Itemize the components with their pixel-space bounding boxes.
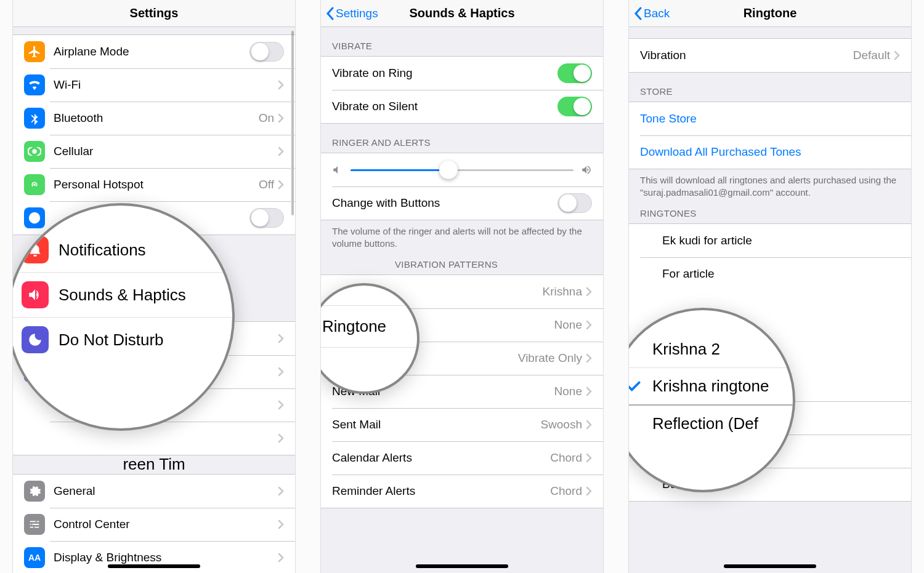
cellular-icon [24, 141, 45, 162]
chevron-right-icon [278, 400, 284, 410]
patterns-header: VIBRATION PATTERNS [321, 257, 603, 274]
home-indicator [724, 564, 816, 568]
back-button[interactable]: Settings [326, 7, 378, 20]
chevron-left-icon [326, 7, 334, 20]
vpn-icon [24, 207, 45, 228]
chevron-left-icon [634, 7, 642, 20]
magnified-ringtone-reflection-def: Reflection (Def [628, 404, 793, 442]
magnified-row-notifications: Notifications [12, 228, 232, 272]
pattern-row-reminder-alerts[interactable]: Reminder Alerts Chord [321, 475, 603, 508]
switch[interactable] [557, 97, 592, 116]
back-button[interactable]: Back [634, 7, 670, 20]
store-row-download-all-purchased-tones[interactable]: Download All Purchased Tones [629, 135, 911, 169]
navbar: Back Ringtone [629, 0, 911, 27]
bluetooth-icon [24, 108, 45, 129]
chevron-right-icon [278, 146, 284, 156]
sounds-haptics-screen: Settings Sounds & Haptics VIBRATE Vibrat… [320, 0, 604, 573]
sliders-icon [24, 514, 45, 535]
magnified-ringtone-krishna-2: Krishna 2 [628, 331, 793, 367]
chevron-right-icon [278, 519, 284, 529]
navbar: Settings [13, 0, 295, 27]
nav-title: Ringtone [629, 6, 911, 20]
aa-icon: AA [24, 547, 45, 568]
chevron-right-icon [278, 113, 284, 123]
switch[interactable] [557, 63, 592, 83]
back-label: Settings [336, 7, 378, 20]
ringer-footer: The volume of the ringer and alerts will… [321, 220, 603, 257]
navbar: Settings Sounds & Haptics [321, 0, 603, 27]
settings-row-display-and-brightness[interactable]: AA Display & Brightness [13, 541, 295, 573]
nav-title: Settings [13, 6, 295, 20]
magnified-row-sounds-and-haptics: Sounds & Haptics [12, 272, 232, 317]
vibration-group: Vibration Default [629, 38, 911, 73]
store-list: Tone StoreDownload All Purchased Tones [629, 102, 911, 169]
chevron-right-icon [278, 80, 284, 90]
store-row-tone-store[interactable]: Tone Store [629, 102, 911, 135]
checkmark-icon [628, 379, 642, 395]
chevron-right-icon [278, 180, 284, 190]
vibrate-header: VIBRATE [321, 27, 603, 56]
vibrate-row-vibrate-on-ring[interactable]: Vibrate on Ring [321, 57, 603, 90]
chevron-right-icon [586, 486, 592, 496]
chevron-right-icon [586, 387, 592, 396]
volume-slider[interactable] [351, 169, 573, 171]
row-hidden3[interactable] [13, 422, 295, 455]
checkmark-icon [640, 478, 654, 491]
ringer-list: Change with Buttons [321, 153, 603, 220]
change-buttons-switch[interactable] [557, 193, 592, 213]
chevron-right-icon [586, 287, 592, 297]
vibrate-row-vibrate-on-silent[interactable]: Vibrate on Silent [321, 90, 603, 123]
settings-screen: Settings Airplane Mode Wi-Fi BluetoothOn… [12, 0, 296, 573]
wifi-icon [24, 74, 45, 95]
ringtone-screen: Back Ringtone Vibration Default STORE To… [628, 0, 912, 573]
settings-row-bluetooth[interactable]: BluetoothOn [13, 102, 295, 135]
chevron-right-icon [278, 553, 284, 563]
settings-group-connectivity: Airplane Mode Wi-Fi BluetoothOn Cellular… [13, 34, 295, 235]
pattern-row-calendar-alerts[interactable]: Calendar Alerts Chord [321, 441, 603, 475]
ringer-header: RINGER AND ALERTS [321, 124, 603, 153]
settings-row-personal-hotspot[interactable]: Personal HotspotOff [13, 168, 295, 201]
magnified-row-do-not-disturb: Do Not Disturb [12, 317, 232, 362]
magnifier-callout: Notifications Sounds & Haptics Do Not Di… [12, 203, 235, 431]
store-footer: This will download all ringtones and ale… [629, 169, 911, 206]
checkmark-icon [640, 267, 654, 281]
chevron-right-icon [586, 453, 592, 463]
settings-row-cellular[interactable]: Cellular [13, 135, 295, 168]
home-indicator [416, 564, 508, 568]
chevron-right-icon [278, 433, 284, 443]
settings-row-control-center[interactable]: Control Center [13, 508, 295, 541]
volume-low-icon [332, 164, 343, 175]
gear-gray-icon [24, 481, 45, 502]
hotspot-icon [24, 174, 45, 195]
chevron-right-icon [586, 420, 592, 430]
chevron-right-icon [278, 367, 284, 377]
ringtone-row-for-article[interactable]: For article [629, 257, 911, 291]
moon-icon [22, 326, 49, 353]
pattern-row-sent-mail[interactable]: Sent Mail Swoosh [321, 408, 603, 441]
airplane-icon [24, 41, 45, 62]
volume-slider-row [321, 153, 603, 186]
vibrate-list: Vibrate on Ring Vibrate on Silent [321, 56, 603, 124]
speaker-icon [22, 281, 49, 308]
vpn-switch[interactable] [249, 208, 284, 228]
settings-row-airplane-mode[interactable]: Airplane Mode [13, 35, 295, 68]
change-with-buttons-row[interactable]: Change with Buttons [321, 186, 603, 220]
home-indicator [108, 564, 200, 568]
settings-row-general[interactable]: General [13, 475, 295, 508]
vibration-row[interactable]: Vibration Default [629, 39, 911, 72]
chevron-right-icon [894, 50, 900, 60]
back-label: Back [644, 7, 670, 20]
volume-high-icon [581, 164, 592, 175]
airplane-switch[interactable] [249, 42, 284, 62]
chevron-right-icon [278, 334, 284, 343]
ringtone-label: Ringtone [322, 317, 386, 336]
magnified-ringtone-krishna-ringtone: Krishna ringtone [628, 367, 793, 404]
store-header: STORE [629, 73, 911, 102]
settings-row-wi-fi[interactable]: Wi-Fi [13, 68, 295, 102]
checkmark-icon [640, 234, 654, 247]
ringtone-row-ek-kudi-for-article[interactable]: Ek kudi for article [629, 224, 911, 257]
partial-screen-time: reen Tim [13, 455, 295, 474]
chevron-right-icon [278, 486, 284, 496]
chevron-right-icon [586, 353, 592, 363]
ringtones-header: RINGTONES [629, 206, 911, 223]
